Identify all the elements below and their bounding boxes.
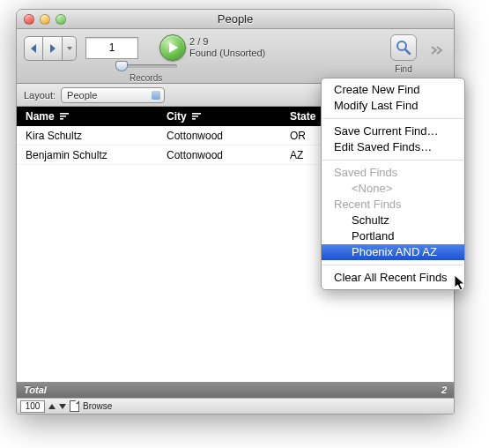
menu-separator (322, 160, 463, 161)
status-bar: 100 Browse (17, 398, 454, 414)
record-nav (24, 36, 77, 61)
menu-saved-none: <None> (322, 181, 464, 197)
svg-marker-3 (169, 42, 178, 53)
next-record-button[interactable] (43, 36, 63, 61)
records-label: Records (130, 73, 162, 83)
svg-marker-0 (31, 44, 36, 53)
window-title: People (17, 12, 454, 26)
sort-icon (192, 113, 201, 121)
cursor-icon (455, 275, 469, 293)
menu-edit-saved-finds[interactable]: Edit Saved Finds… (322, 139, 464, 155)
menu-separator (322, 118, 463, 119)
found-count: 2 / 9 (189, 36, 265, 48)
menu-saved-finds-header: Saved Finds (322, 165, 464, 181)
svg-marker-2 (67, 47, 72, 50)
footer-total-label: Total (24, 385, 47, 395)
menu-create-find[interactable]: Create New Find (322, 82, 464, 98)
menu-save-find[interactable]: Save Current Find… (322, 123, 464, 139)
svg-rect-10 (192, 116, 198, 117)
svg-marker-12 (455, 275, 464, 290)
play-button[interactable] (159, 34, 186, 61)
menu-recent-item[interactable]: Portland (322, 228, 464, 244)
svg-rect-7 (60, 116, 66, 117)
mode-label: Browse (83, 401, 112, 411)
zoom-down-button[interactable] (59, 404, 66, 409)
table-footer: Total 2 (17, 382, 454, 398)
found-sort: Found (Unsorted) (189, 48, 265, 59)
search-icon (395, 39, 412, 56)
zoom-window-button[interactable] (56, 14, 66, 25)
menu-separator (322, 265, 463, 265)
find-button[interactable] (390, 34, 417, 61)
window-controls (24, 14, 66, 25)
record-nav-menu-button[interactable] (63, 36, 77, 61)
zoom-field[interactable]: 100 (20, 400, 45, 413)
toolbar: 1 Records 2 / 9 Found (Unsorted) (17, 29, 454, 84)
zoom-up-button[interactable] (48, 404, 56, 409)
find-label: Find (395, 64, 411, 74)
svg-rect-11 (192, 118, 196, 120)
sort-icon (60, 113, 69, 121)
column-header-name[interactable]: Name (17, 110, 158, 123)
svg-rect-9 (192, 113, 201, 115)
column-header-city[interactable]: City (158, 110, 281, 123)
found-status: 2 / 9 Found (Unsorted) (189, 36, 265, 59)
menu-recent-item-highlighted[interactable]: Phoenix AND AZ (322, 244, 464, 260)
svg-marker-1 (50, 44, 56, 53)
record-number-field[interactable]: 1 (85, 37, 138, 59)
menu-recent-item[interactable]: Schultz (322, 213, 464, 228)
prev-record-button[interactable] (24, 36, 43, 61)
svg-line-5 (405, 49, 410, 54)
layout-selected: People (67, 90, 97, 101)
menu-recent-finds-header: Recent Finds (322, 197, 464, 213)
footer-total-value: 2 (441, 385, 447, 395)
menu-modify-find[interactable]: Modify Last Find (322, 98, 464, 114)
svg-rect-6 (60, 113, 69, 115)
close-window-button[interactable] (24, 14, 34, 25)
titlebar: People (17, 10, 454, 29)
page-icon[interactable] (70, 400, 79, 412)
toolbar-overflow-button[interactable] (431, 40, 447, 61)
layout-label: Layout: (24, 90, 56, 101)
record-slider[interactable] (115, 61, 177, 71)
layout-select[interactable]: People (61, 87, 165, 103)
find-menu: Create New Find Modify Last Find Save Cu… (321, 78, 465, 290)
menu-clear-recent[interactable]: Clear All Recent Finds (322, 270, 464, 286)
minimize-window-button[interactable] (40, 14, 50, 25)
svg-rect-8 (60, 118, 63, 120)
